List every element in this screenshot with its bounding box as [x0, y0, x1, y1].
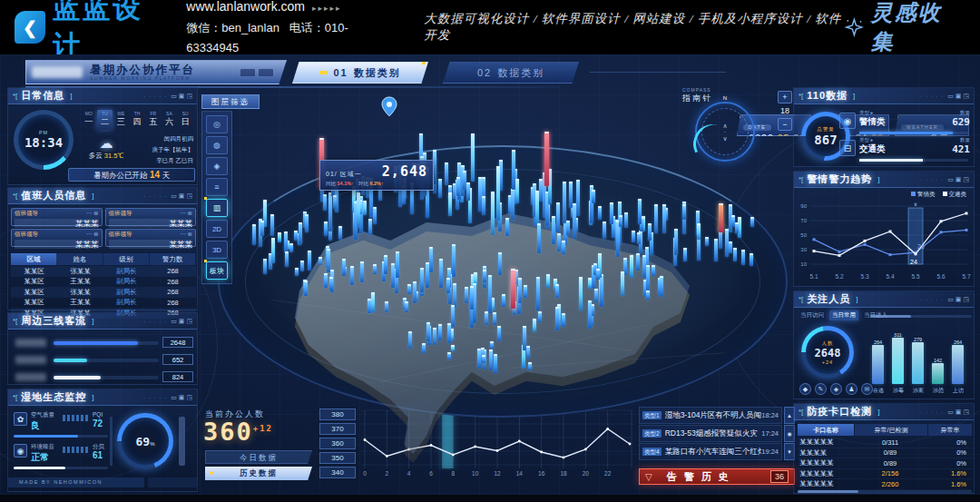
arrows-decoration: ▸▸▸▸▸: [312, 4, 342, 13]
pawn-icon[interactable]: ♟: [846, 383, 858, 395]
panel-header-icons[interactable]: ▭ ▣ ◳: [947, 93, 969, 100]
panel-header-icons[interactable]: ▭ ▣ ◳: [171, 318, 192, 325]
police-type-row: ⊟类型 ▸交通类数量421: [859, 137, 970, 164]
trend-legend: 警情类交通类: [911, 191, 966, 199]
panel-header-icons[interactable]: ▭ ▣ ◳: [171, 93, 192, 100]
map-bar: [373, 264, 377, 274]
focus-bar-category: 在逃: [868, 387, 888, 395]
zoom-in-button[interactable]: +: [778, 91, 792, 103]
svg-text:26: 26: [917, 243, 925, 250]
panel-header-icons[interactable]: ▭ ▣ ◳: [171, 192, 192, 200]
x-tick: 5.7: [960, 273, 973, 280]
map-pin-icon[interactable]: [381, 96, 397, 118]
alert-row[interactable]: 类型1湿地3-104片区有不明人员闯入18:24: [639, 407, 782, 424]
checkpoint-row[interactable]: 某某某某某0/3110%: [798, 438, 972, 448]
focus-bar-category: 涉恐: [928, 387, 948, 395]
edit-icon[interactable]: ✎: [815, 383, 827, 395]
map-bar: [579, 277, 583, 310]
flow-value: 652: [162, 354, 193, 365]
map-bar: [491, 192, 495, 235]
alarm-icon: ◉: [839, 113, 856, 129]
panel-header-icons[interactable]: ▭ ▣ ◳: [947, 296, 969, 303]
panel-header-icons[interactable]: ▭ ▣ ◳: [947, 176, 969, 183]
map-bar: [324, 221, 328, 235]
bottom-black-strip: [0, 495, 980, 502]
tab-data-category-1[interactable]: 01数据类别: [292, 62, 428, 84]
police-type-row: ◉类型 ▸警情类数量629: [859, 110, 970, 137]
website-link[interactable]: www.lanlanwork.com: [186, 0, 305, 14]
made-by-note: MADE BY NEHOMMICON: [8, 477, 144, 487]
map-bar: [385, 301, 388, 312]
table-row[interactable]: 某某区王某某副局长268: [11, 277, 196, 288]
y-tick-box: 370: [319, 423, 356, 435]
x-tick: 5.1: [808, 273, 820, 280]
column-header[interactable]: 警力数: [150, 253, 196, 265]
today-data-button[interactable]: 今日数据: [205, 450, 312, 464]
weekday-cell: TU二: [97, 110, 113, 130]
lanlan-logo-icon: ❮: [15, 11, 45, 44]
x-tick: 0: [358, 470, 371, 477]
compass-dial[interactable]: N ∧·∨: [695, 102, 755, 162]
table-row[interactable]: 某某区张某某副局长268: [11, 287, 196, 298]
map-bar: [478, 177, 482, 212]
layer-btn-2D[interactable]: 2D: [206, 220, 228, 238]
duty-card[interactable]: 值班领导⋯ ⊗某某某: [105, 208, 197, 226]
x-tick: 22: [602, 470, 614, 477]
column-header[interactable]: 姓名: [57, 253, 103, 265]
table-row[interactable]: 某某区王某某副局长268: [11, 298, 196, 309]
alert-row[interactable]: 类型2RD13-53烟感报警疑似火灾17:24: [639, 425, 782, 442]
checkpoint-row[interactable]: 某某某某某2/1561.6%: [798, 469, 972, 480]
weekday-cell: SU日: [177, 110, 193, 130]
zoom-out-button[interactable]: −: [778, 118, 792, 131]
weekday-cell: SA六: [162, 110, 178, 130]
alert-list: 类型1湿地3-104片区有不明人员闯入18:24类型2RD13-53烟感报警疑似…: [639, 407, 782, 461]
duty-card[interactable]: 值班领导⋯ ⊗某某某: [11, 208, 103, 226]
layer-btn-camera[interactable]: ◎: [206, 115, 228, 133]
slider-thumb[interactable]: [179, 417, 185, 466]
panel-header-icons[interactable]: ▭ ▣ ◳: [947, 408, 969, 416]
column-header[interactable]: 区域: [11, 253, 57, 265]
gem-icon[interactable]: ◆: [799, 383, 811, 395]
map-bar: [482, 355, 485, 363]
duty-leader-cards: 值班领导⋯ ⊗某某某值班领导⋯ ⊗某某某值班领导⋯ ⊗某某某值班领导⋯ ⊗某某某: [11, 208, 196, 247]
x-tick: 5.3: [858, 273, 871, 280]
column-header[interactable]: 异常/已检测: [855, 424, 927, 436]
inspiration-collect[interactable]: 灵感收集: [845, 0, 960, 56]
table-row[interactable]: 某某区张某某副局长268: [11, 266, 196, 277]
focus-scrollbar[interactable]: [870, 315, 972, 318]
checkpoint-row[interactable]: 某某某某某0/890%: [798, 458, 972, 469]
layer-btn-板块[interactable]: 板块: [206, 261, 228, 280]
layer-btn-target[interactable]: ◈: [206, 157, 228, 175]
slider-track[interactable]: [110, 417, 113, 466]
history-data-button[interactable]: 历史数据: [205, 467, 312, 480]
checkpoint-row[interactable]: 某某某某0/890%: [798, 448, 972, 459]
duty-card[interactable]: 值班领导⋯ ⊗某某某: [11, 229, 103, 247]
map-bar: [368, 219, 372, 236]
svg-text:90: 90: [800, 203, 807, 209]
focus-tab[interactable]: 当日常用: [829, 310, 858, 320]
layer-btn-signal[interactable]: ◍: [206, 136, 228, 154]
duty-card[interactable]: 值班领导⋯ ⊗某某某: [105, 229, 197, 247]
layer-btn-chart[interactable]: ▥: [206, 199, 228, 217]
column-header[interactable]: 异常率: [928, 424, 972, 436]
map-bar: [299, 222, 302, 245]
column-header[interactable]: 级别: [103, 253, 150, 265]
column-header[interactable]: 卡口名称: [798, 424, 854, 436]
alert-row[interactable]: 类型4某路口有小汽车连闯三个红灯19:24: [639, 443, 782, 460]
target-icon[interactable]: ◈: [830, 383, 842, 395]
focus-tab[interactable]: 当日访问: [798, 310, 827, 320]
focus-bar-category: 涉毒: [888, 387, 908, 395]
checkpoint-scrollbar[interactable]: [798, 490, 972, 493]
tab-data-category-2[interactable]: 02数据类别: [443, 62, 579, 84]
alert-history-banner[interactable]: ▽ 告警历史 36: [639, 468, 795, 485]
weekday-cell: TH四: [129, 110, 145, 130]
map-bar: [573, 203, 576, 239]
layer-btn-3D[interactable]: 3D: [206, 241, 228, 259]
layer-btn-list[interactable]: ≡: [206, 178, 228, 196]
map-bar: [603, 221, 606, 239]
map-bar: [324, 273, 328, 288]
checkpoint-row[interactable]: 某某某某某2/2601.6%: [798, 479, 972, 490]
panel-header-icons[interactable]: ▭ ▣ ◳: [171, 394, 192, 401]
map-bar: [646, 265, 650, 292]
map-bar: [433, 150, 436, 184]
